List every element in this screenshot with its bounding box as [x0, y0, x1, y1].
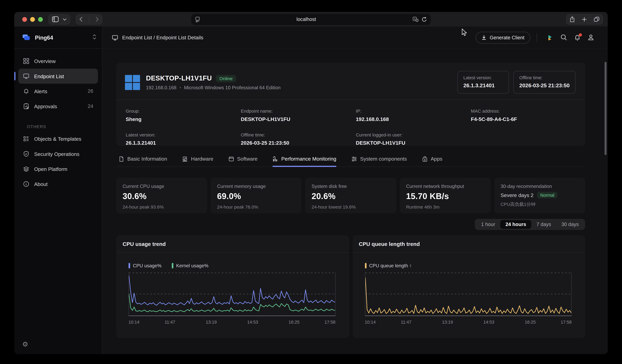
- dot-separator: •: [180, 85, 181, 89]
- sidebar-item-alerts[interactable]: Alerts 26: [18, 84, 98, 99]
- tab-hardware[interactable]: Hardware: [182, 156, 213, 167]
- detail-logged-in-user: Current logged-in user:DESKTOP-LH1V1FU: [356, 132, 471, 146]
- info-icon: [23, 181, 29, 187]
- performance-chart-icon: [272, 156, 278, 162]
- detail-group: Group:Sheng: [126, 109, 241, 122]
- share-icon[interactable]: [570, 16, 575, 22]
- sidebar-item-endpoint-list[interactable]: Endpoint List: [18, 69, 98, 84]
- cpu-load-note: CPU高负载1分钟: [501, 201, 579, 207]
- clipboard-check-icon: [23, 103, 29, 109]
- cpu-queue-plot[interactable]: [365, 272, 572, 316]
- tab-basic-information[interactable]: Basic Information: [118, 156, 167, 167]
- sidebar-item-objects-templates[interactable]: Objects & Templates: [18, 131, 98, 146]
- sidebar-item-overview[interactable]: Overview: [18, 54, 98, 69]
- sidebar-nav: Overview Endpoint List Alerts: [14, 49, 102, 192]
- device-details-grid: Group:Sheng Endpoint name:DESKTOP-LH1V1F…: [116, 100, 585, 146]
- legend-swatch: [172, 263, 173, 268]
- zoom-window-button[interactable]: [38, 17, 43, 21]
- address-bar[interactable]: localhost A文: [191, 14, 431, 25]
- x-tick-label: 17:58: [325, 320, 335, 324]
- new-tab-icon[interactable]: [582, 17, 587, 21]
- sidebar-item-security-operations[interactable]: Security Operations: [18, 146, 98, 161]
- detail-mac: MAC address:F4-5C-89-A4-C1-6F: [471, 109, 576, 122]
- generate-client-button[interactable]: Generate Client: [476, 32, 530, 43]
- tab-system-components[interactable]: System components: [351, 156, 407, 167]
- brand-row: Ping64: [14, 27, 102, 49]
- offline-time-box: Offline time: 2026-03-25 21:23:50: [513, 71, 576, 94]
- sidebar-item-label: About: [34, 181, 48, 187]
- tab-performance-monitoring[interactable]: Performance Monitoring: [272, 156, 336, 167]
- chart-title: CPU queue length trend: [352, 235, 585, 253]
- range-30-days[interactable]: 30 days: [556, 220, 584, 229]
- nav-buttons: [76, 14, 102, 24]
- range-7-days[interactable]: 7 days: [531, 220, 556, 229]
- sidebar-toggle-group: [48, 14, 70, 24]
- legend-swatch: [365, 263, 366, 268]
- detail-latest-version: Latest version:26.1.3.21401: [126, 132, 241, 146]
- page-content: DESKTOP-LH1V1FU Online 192.168.0.168 • M…: [102, 63, 608, 338]
- x-tick-label: 11:47: [401, 320, 411, 324]
- tab-software[interactable]: Software: [228, 156, 257, 167]
- sidebar-item-label: Security Operations: [34, 151, 79, 157]
- header-divider: [537, 33, 537, 42]
- close-window-button[interactable]: [22, 17, 27, 21]
- reader-view-icon[interactable]: [195, 16, 200, 22]
- chevron-down-icon[interactable]: [63, 18, 67, 20]
- sidebar-item-about[interactable]: About: [18, 176, 98, 192]
- device-ip: 192.168.0.168: [146, 85, 176, 90]
- search-icon[interactable]: [557, 34, 570, 41]
- device-overview-card: DESKTOP-LH1V1FU Online 192.168.0.168 • M…: [116, 63, 585, 146]
- translate-icon[interactable]: A文: [413, 17, 419, 22]
- charts-row: CPU usage trend CPU usage% Kernel usage%: [116, 235, 585, 338]
- user-avatar-icon[interactable]: [584, 34, 597, 41]
- hardware-icon: [182, 156, 188, 162]
- cpu-usage-plot[interactable]: [128, 272, 335, 316]
- layers-icon: [23, 166, 29, 172]
- sidebar-item-approvals[interactable]: Approvals 24: [18, 99, 98, 114]
- sidebar-item-label: Open Platform: [34, 166, 67, 172]
- box-label: Latest version:: [463, 75, 503, 80]
- minimize-window-button[interactable]: [30, 17, 35, 21]
- tab-apps[interactable]: Apps: [422, 156, 442, 167]
- scrollbar-thumb[interactable]: [604, 62, 606, 155]
- legend-kernel-usage[interactable]: Kernel usage%: [172, 263, 208, 268]
- url-text[interactable]: localhost: [200, 16, 413, 22]
- sidebar-item-open-platform[interactable]: Open Platform: [18, 161, 98, 176]
- sidebar-item-label: Overview: [34, 58, 56, 64]
- x-axis: 10:1411:4713:1914:5316:2517:58: [365, 320, 572, 326]
- notifications-bell-icon[interactable]: [570, 34, 584, 41]
- stat-disk-free: System disk free 20.6% 24-hour lowest 19…: [305, 178, 396, 213]
- forward-icon[interactable]: [96, 17, 99, 22]
- app-frame: Ping64 Overview: [14, 27, 608, 354]
- svg-text:文: 文: [416, 19, 418, 21]
- browser-sidebar-icon[interactable]: [52, 16, 58, 22]
- objects-templates-icon: [23, 135, 29, 142]
- workspace-switcher-icon[interactable]: [93, 34, 97, 41]
- sidebar-item-label: Objects & Templates: [34, 136, 81, 142]
- range-1-hour[interactable]: 1 hour: [476, 220, 500, 229]
- file-icon: [118, 156, 124, 162]
- legend-cpu-queue-length[interactable]: CPU queue length ↑: [365, 263, 412, 268]
- product-logo-icon[interactable]: [544, 34, 557, 41]
- app-header: Endpoint List / Endpoint List Details Ge…: [102, 27, 608, 49]
- legend-cpu-usage[interactable]: CPU usage%: [128, 263, 161, 268]
- settings-gear-icon[interactable]: ⚙: [22, 341, 28, 348]
- x-tick-label: 10:14: [365, 320, 376, 324]
- traffic-lights: [22, 17, 43, 21]
- chart-legend: CPU usage% Kernel usage%: [128, 263, 349, 268]
- sidebar-item-label: Endpoint List: [34, 73, 64, 79]
- tab-overview-icon[interactable]: [594, 17, 600, 22]
- x-tick-label: 17:58: [561, 320, 572, 324]
- normal-status-badge: Normal: [537, 192, 558, 198]
- legend-swatch: [128, 263, 130, 268]
- generate-client-label: Generate Client: [490, 35, 525, 40]
- range-24-hours[interactable]: 24 hours: [500, 220, 531, 229]
- browser-toolbar: localhost A文: [14, 12, 608, 27]
- back-icon[interactable]: [79, 17, 82, 22]
- x-tick-label: 16:25: [289, 320, 299, 324]
- reload-icon[interactable]: [422, 16, 427, 22]
- device-name: DESKTOP-LH1V1FU: [146, 74, 212, 82]
- desktop: localhost A文: [0, 0, 622, 364]
- breadcrumb-text: Endpoint List / Endpoint List Details: [122, 35, 203, 40]
- x-tick-label: 16:25: [525, 320, 536, 324]
